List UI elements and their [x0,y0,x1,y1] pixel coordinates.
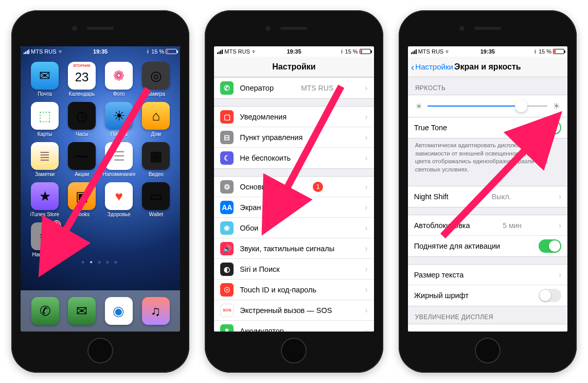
app-label: Фото [113,91,125,97]
row-view[interactable]: Вид Стандартно › [408,324,567,332]
row-label: Аккумулятор [240,327,284,332]
app-Напоминания[interactable]: ☰Напоминания [102,142,135,177]
row-Touch ID и код-пароль[interactable]: ☉Touch ID и код-пароль› [214,280,373,300]
app-label: Камера [147,91,165,97]
app-icon: ВТОРНИК23 [68,62,96,90]
row-Аккумулятор[interactable]: ▮Аккумулятор› [214,321,373,332]
settings-icon: ◐ [220,263,234,276]
chevron-right-icon: › [361,306,367,315]
brightness-slider-row: ☀︎ ☀︎ [408,95,567,117]
app-icon: ⚙1 [31,222,59,250]
wifi-icon: ᯤ [252,48,257,55]
status-bar: MTS RUS ᯤ 19:35 ᚼ 15 % [21,46,180,57]
raise-toggle[interactable] [539,239,561,253]
nav-title: Настройки [272,62,315,72]
dock-app[interactable]: ◉ [102,297,135,325]
settings-list[interactable]: ✆ОператорMTS RUS›▢Уведомления›⊟Пункт упр… [214,77,373,332]
row-Экстренный вызов — SOS[interactable]: SOSЭкстренный вызов — SOS› [214,300,373,321]
app-label: Погода [111,131,128,137]
row-bold[interactable]: Жирный шрифт [408,285,567,306]
chevron-right-icon: › [555,192,561,201]
battery-pct: 15 % [345,48,358,55]
app-icon: ✉ [31,62,59,90]
row-label: Touch ID и код-пароль [240,286,316,294]
home-button[interactable] [87,338,113,363]
row-autolock[interactable]: Автоблокировка 5 мин › [408,215,567,236]
app-label: Карты [38,131,52,137]
row-Siri и Поиск[interactable]: ◐Siri и Поиск› [214,259,373,280]
settings-icon: ✆ [220,81,234,95]
dock: ✆✉◉♫ [21,290,180,332]
app-label: Видео [149,171,164,177]
battery-pct: 15 % [151,48,164,55]
app-icon: ❁ [105,62,133,90]
row-truetone[interactable]: True Tone [408,117,567,138]
row-Экран и яркость[interactable]: AAЭкран и яркость› [214,197,373,218]
chevron-right-icon: › [361,244,367,253]
app-Настройки[interactable]: ⚙1Настройки [28,222,61,257]
bluetooth-icon: ᚼ [146,48,150,55]
row-label: Оператор [240,84,274,92]
app-Wallet[interactable]: ▭Wallet [139,182,172,217]
row-Обои[interactable]: ❀Обои› [214,218,373,238]
app-Заметки[interactable]: ≣Заметки [28,142,61,177]
dock-app[interactable]: ✉ [65,297,98,325]
row-Пункт управления[interactable]: ⊟Пункт управления› [214,127,373,148]
bold-toggle[interactable] [539,289,561,302]
app-iTunes Store[interactable]: ★iTunes Store [28,182,61,217]
row-label: Siri и Поиск [240,265,279,273]
row-Основные[interactable]: ⚙Основные1› [214,177,373,197]
sun-large-icon: ☀︎ [553,101,560,112]
app-label: iTunes Store [30,212,59,217]
row-Не беспокоить[interactable]: ☾Не беспокоить› [214,148,373,168]
app-label: Часы [76,131,88,137]
display-settings-list[interactable]: ЯРКОСТЬ ☀︎ ☀︎ True Tone Автоматически ад… [408,77,567,332]
settings-icon: ⚙ [220,180,234,194]
row-label: Основные [240,183,275,191]
home-button[interactable] [281,338,307,363]
status-bar: MTS RUS ᯤ 19:35 ᚼ 15 % [408,46,567,57]
settings-icon: ▢ [220,110,234,124]
badge: 1 [52,220,61,229]
chevron-right-icon: › [361,182,367,192]
row-textsize[interactable]: Размер текста › [408,265,567,285]
settings-icon: ☉ [220,283,234,297]
phone-3-display-brightness: MTS RUS ᯤ 19:35 ᚼ 15 % ‹ Настройки Экран… [399,10,577,373]
app-Карты[interactable]: ⬚Карты [28,102,61,137]
back-button[interactable]: ‹ Настройки [411,62,453,72]
app-icon: ⬚ [31,102,59,130]
row-raise-to-wake[interactable]: Поднятие для активации [408,236,567,256]
clock: 19:35 [480,48,495,55]
row-Оператор[interactable]: ✆ОператорMTS RUS› [214,78,373,98]
app-Дом[interactable]: ⌂Дом [139,102,172,137]
app-icon: ♫ [142,297,170,325]
home-button[interactable] [475,338,501,363]
dock-app[interactable]: ♫ [139,297,172,325]
truetone-toggle[interactable] [539,121,561,134]
row-nightshift[interactable]: Night Shift Выкл. › [408,186,567,207]
row-label: Не беспокоить [240,154,291,162]
battery-icon [360,49,371,54]
app-Почта[interactable]: ✉Почта [28,62,61,97]
app-iBooks[interactable]: ▣iBooks [65,182,98,217]
app-Видео[interactable]: ▦Видео [139,142,172,177]
app-Акции[interactable]: ⁓Акции [65,142,98,177]
row-Уведомления[interactable]: ▢Уведомления› [214,107,373,127]
app-Здоровье[interactable]: ♥Здоровье [102,182,135,217]
app-Фото[interactable]: ❁Фото [102,62,135,97]
app-label: Напоминания [102,171,135,177]
app-label: Заметки [35,171,55,177]
app-Погода[interactable]: ☀Погода [102,102,135,137]
app-Часы[interactable]: ◷Часы [65,102,98,137]
row-Звуки, тактильные сигналы[interactable]: 🔊Звуки, тактильные сигналы› [214,238,373,259]
navbar: ‹ Настройки Экран и яркость [408,57,567,77]
app-label: Настройки [32,252,58,257]
app-Камера[interactable]: ◎Камера [139,62,172,97]
dock-app[interactable]: ✆ [29,297,62,325]
row-label: Пункт управления [240,133,302,142]
app-Календарь[interactable]: ВТОРНИК23Календарь [65,62,98,97]
app-icon: ◎ [142,62,170,90]
page-dots[interactable]: ○ ● ○ ○ ○ [21,259,180,265]
chevron-right-icon: › [361,153,367,163]
brightness-slider[interactable] [427,106,547,107]
